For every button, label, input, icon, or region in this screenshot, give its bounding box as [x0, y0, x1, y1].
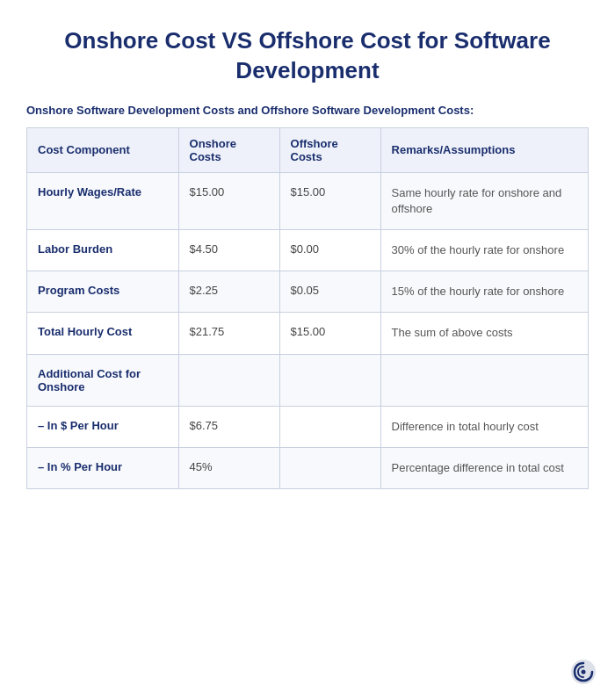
cost-comparison-table: Cost Component Onshore Costs Offshore Co… — [26, 127, 589, 489]
page-title: Onshore Cost VS Offshore Cost for Softwa… — [26, 26, 589, 86]
cell-component: Hourly Wages/Rate — [27, 172, 179, 229]
cell-offshore: $0.05 — [279, 271, 380, 313]
cell-offshore — [279, 406, 380, 447]
subtitle: Onshore Software Development Costs and O… — [26, 104, 589, 117]
table-row: Total Hourly Cost$21.75$15.00The sum of … — [27, 313, 589, 354]
cell-component: Program Costs — [27, 271, 179, 313]
table-row: Labor Burden$4.50$0.0030% of the hourly … — [27, 229, 589, 271]
cell-component: Labor Burden — [27, 229, 179, 271]
cell-onshore: $4.50 — [178, 229, 279, 271]
cell-component: Additional Cost for Onshore — [27, 354, 179, 406]
header-onshore-costs: Onshore Costs — [178, 127, 279, 172]
cell-offshore — [279, 447, 380, 488]
cell-remarks: 30% of the hourly rate for onshore — [380, 229, 588, 271]
cell-remarks: Same hourly rate for onshore and offshor… — [380, 172, 588, 229]
cell-remarks: Percentage difference in total cost — [380, 447, 588, 488]
cell-remarks — [380, 354, 588, 406]
brand-logo-icon — [569, 658, 597, 686]
table-row: Program Costs$2.25$0.0515% of the hourly… — [27, 271, 589, 313]
cell-onshore: $2.25 — [178, 271, 279, 313]
cell-onshore: $21.75 — [178, 313, 279, 354]
header-cost-component: Cost Component — [27, 127, 179, 172]
cell-onshore — [178, 354, 279, 406]
header-remarks: Remarks/Assumptions — [380, 127, 588, 172]
cell-onshore: 45% — [178, 447, 279, 488]
table-row: Additional Cost for Onshore — [27, 354, 589, 406]
cell-onshore: $6.75 — [178, 406, 279, 447]
cell-remarks: Difference in total hourly cost — [380, 406, 588, 447]
cell-offshore: $15.00 — [279, 313, 380, 354]
table-row: – In $ Per Hour$6.75Difference in total … — [27, 406, 589, 447]
table-header-row: Cost Component Onshore Costs Offshore Co… — [27, 127, 589, 172]
cell-offshore: $15.00 — [279, 172, 380, 229]
cell-component: Total Hourly Cost — [27, 313, 179, 354]
logo-area — [569, 658, 597, 689]
cell-offshore: $0.00 — [279, 229, 380, 271]
cell-remarks: The sum of above costs — [380, 313, 588, 354]
cell-component: – In % Per Hour — [27, 447, 179, 488]
cell-offshore — [279, 354, 380, 406]
svg-point-1 — [582, 670, 586, 675]
table-row: – In % Per Hour45%Percentage difference … — [27, 447, 589, 488]
header-offshore-costs: Offshore Costs — [279, 127, 380, 172]
cell-remarks: 15% of the hourly rate for onshore — [380, 271, 588, 313]
page-container: Onshore Cost VS Offshore Cost for Softwa… — [0, 0, 615, 700]
cell-component: – In $ Per Hour — [27, 406, 179, 447]
table-row: Hourly Wages/Rate$15.00$15.00Same hourly… — [27, 172, 589, 229]
cell-onshore: $15.00 — [178, 172, 279, 229]
